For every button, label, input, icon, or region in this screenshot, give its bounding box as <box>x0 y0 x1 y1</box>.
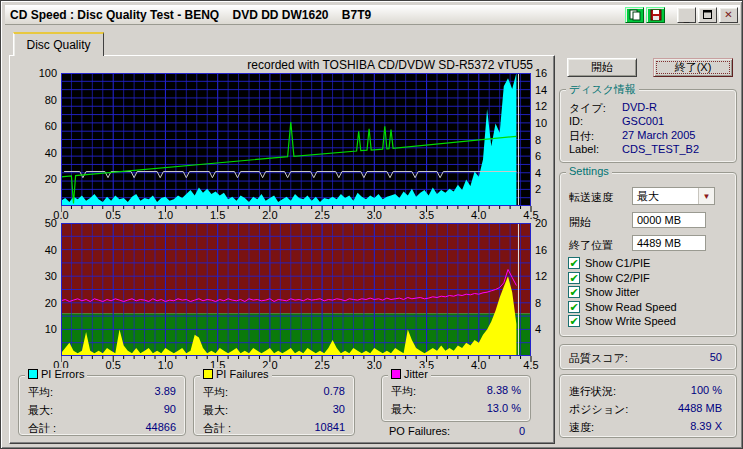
minimize-icon: _ <box>684 13 690 23</box>
transfer-speed-select[interactable]: 最大 ▼ <box>632 187 715 205</box>
progress-panel: 進行状況: 100 % ポジション: 4488 MB 速度: 8.39 X <box>559 374 737 438</box>
start-position-label: 開始 <box>569 215 591 230</box>
checkbox-show-read-speed[interactable]: ✔ <box>568 301 580 313</box>
axis-tick-label: 40 <box>25 147 57 159</box>
checkbox-label: Show Read Speed <box>585 301 677 313</box>
tab-disc-quality[interactable]: Disc Quality <box>13 32 104 56</box>
copy-button[interactable] <box>625 7 644 23</box>
pi-failures-color-chip <box>203 369 213 379</box>
check-icon: ✔ <box>569 258 578 268</box>
axis-tick-label: 20 <box>25 297 57 309</box>
axis-tick-label: 4.0 <box>463 359 495 371</box>
jitter-pi-failures-chart <box>61 223 533 365</box>
minimize-button[interactable]: _ <box>677 7 696 23</box>
progress-label: 進行状況: <box>569 384 616 399</box>
save-button[interactable] <box>646 7 665 23</box>
start-position-field[interactable]: 0000 MB <box>632 212 706 228</box>
axis-tick-label: 0.5 <box>97 209 129 221</box>
axis-tick-label: 12 <box>535 270 559 282</box>
pi-errors-avg-label: 平均: <box>28 385 53 400</box>
end-position-label: 終了位置 <box>569 238 613 253</box>
checkbox-label: Show Write Speed <box>585 315 676 327</box>
disc-label-label: Label: <box>569 143 599 155</box>
jitter-title: Jitter <box>388 368 431 380</box>
axis-tick-label: 1.0 <box>149 359 181 371</box>
position-value: 4488 MB <box>678 402 722 414</box>
check-icon: ✔ <box>569 287 578 297</box>
pi-failures-avg-value: 0.78 <box>324 385 345 397</box>
chart-header: recorded with TOSHIBA CD/DVDW SD-R5372 v… <box>231 58 533 72</box>
axis-tick-label: 10 <box>25 323 57 335</box>
pi-failures-max-value: 30 <box>333 403 345 415</box>
axis-tick-label: 12 <box>535 100 559 112</box>
axis-tick-label: 40 <box>25 244 57 256</box>
axis-tick-label: 20 <box>25 173 57 185</box>
close-icon: ✕ <box>724 10 732 20</box>
jitter-avg-label: 平均: <box>391 384 416 399</box>
axis-tick-label: 1.5 <box>202 209 234 221</box>
axis-tick-label: 16 <box>535 67 559 79</box>
jitter-panel: Jitter 平均: 8.38 % 最大: 13.0 % <box>381 375 531 422</box>
transfer-speed-label: 転送速度 <box>569 190 613 205</box>
pi-errors-total-label: 合計 : <box>28 421 56 436</box>
close-button[interactable]: ✕ <box>719 7 738 23</box>
pi-errors-avg-value: 3.89 <box>155 385 176 397</box>
axis-tick-label: 3.5 <box>411 209 443 221</box>
checkbox-show-write-speed[interactable]: ✔ <box>568 315 580 327</box>
axis-tick-label: 2.5 <box>306 209 338 221</box>
pi-failures-title: PI Failures <box>200 368 272 380</box>
chevron-down-icon[interactable]: ▼ <box>698 188 714 204</box>
axis-tick-label: 2.0 <box>254 209 286 221</box>
pi-errors-color-chip <box>28 369 38 379</box>
axis-tick-label: 0.5 <box>97 359 129 371</box>
disc-id-value: GSC001 <box>622 115 664 127</box>
pi-errors-max-value: 90 <box>164 403 176 415</box>
quality-score-label: 品質スコア: <box>569 351 628 366</box>
pi-errors-panel: PI Errors 平均: 3.89 最大: 90 合計 : 44866 <box>18 375 186 436</box>
save-icon <box>650 9 662 21</box>
jitter-avg-value: 8.38 % <box>487 384 521 396</box>
axis-tick-label: 16 <box>535 244 559 256</box>
check-icon: ✔ <box>569 316 578 326</box>
jitter-max-value: 13.0 % <box>487 402 521 414</box>
disc-id-label: ID: <box>569 115 583 127</box>
po-failures-label: PO Failures: <box>389 425 450 437</box>
settings-panel: Settings 転送速度 最大 ▼ 開始 0000 MB 終了位置 4489 … <box>559 172 737 337</box>
maximize-button[interactable] <box>698 7 717 23</box>
axis-tick-label: 4 <box>535 323 559 335</box>
checkbox-show-c1-pie[interactable]: ✔ <box>568 257 580 269</box>
window-title: CD Speed : Disc Quality Test - BENQ DVD … <box>5 8 625 22</box>
disc-type-value: DVD-R <box>622 101 657 113</box>
axis-tick-label: 14 <box>535 84 559 96</box>
axis-tick-label: 20 <box>535 217 559 229</box>
pi-failures-total-label: 合計 : <box>203 421 231 436</box>
tab-label: Disc Quality <box>26 38 90 52</box>
axis-tick-label: 4 <box>535 167 559 179</box>
disc-type-label: タイプ: <box>569 101 606 116</box>
quality-score-panel: 品質スコア: 50 <box>559 344 737 370</box>
check-icon: ✔ <box>569 273 578 283</box>
start-button[interactable]: 開始 <box>567 58 637 77</box>
jitter-max-label: 最大: <box>391 402 416 417</box>
checkbox-label: Show Jitter <box>585 286 639 298</box>
axis-tick-label: 8 <box>535 134 559 146</box>
axis-tick-label: 4.0 <box>463 209 495 221</box>
exit-button[interactable]: 終了(X) <box>653 58 733 77</box>
progress-value: 100 % <box>691 384 722 396</box>
speed-value: 8.39 X <box>690 420 722 432</box>
pi-errors-title: PI Errors <box>25 368 87 380</box>
axis-tick-label: 80 <box>25 94 57 106</box>
axis-tick-label: 6 <box>535 150 559 162</box>
app-window: CD Speed : Disc Quality Test - BENQ DVD … <box>0 0 743 449</box>
pi-failures-max-label: 最大: <box>203 403 228 418</box>
checkbox-show-jitter[interactable]: ✔ <box>568 286 580 298</box>
disc-info-panel: ディスク情報 タイプ: DVD-R ID: GSC001 日付: 27 Marc… <box>559 89 737 163</box>
disc-info-title: ディスク情報 <box>566 82 639 97</box>
axis-tick-label: 3.0 <box>358 209 390 221</box>
checkbox-show-c2-pif[interactable]: ✔ <box>568 272 580 284</box>
axis-tick-label: 8 <box>535 297 559 309</box>
settings-title: Settings <box>566 165 612 177</box>
axis-tick-label: 30 <box>25 270 57 282</box>
axis-tick-label: 2 <box>535 183 559 195</box>
end-position-field[interactable]: 4489 MB <box>632 235 706 251</box>
